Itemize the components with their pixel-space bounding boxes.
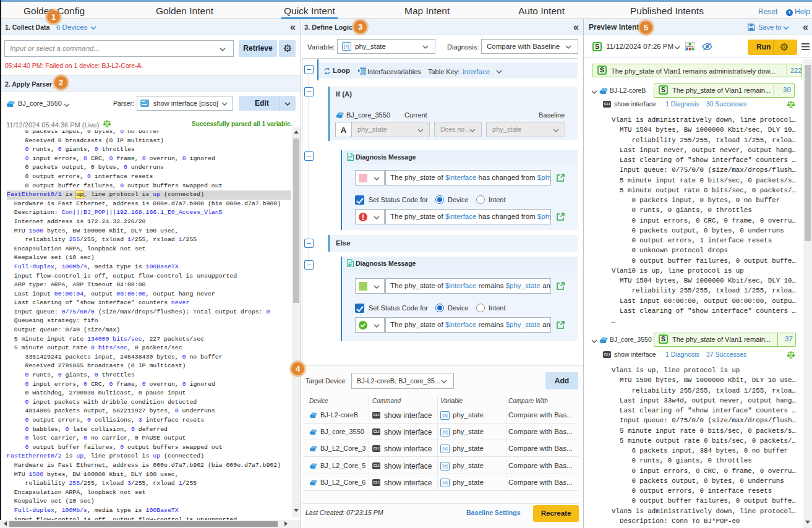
svg-text:?: ?: [788, 10, 791, 15]
